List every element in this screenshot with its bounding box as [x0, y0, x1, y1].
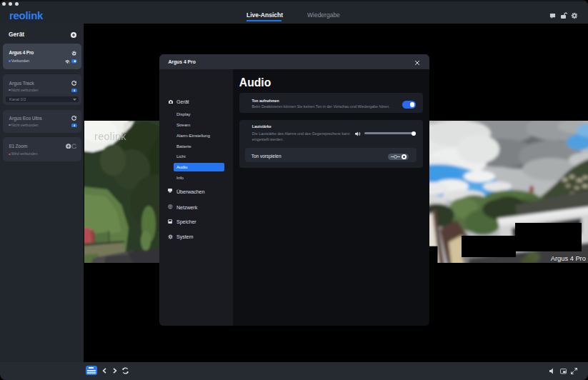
- svg-text:reolink: reolink: [94, 131, 126, 142]
